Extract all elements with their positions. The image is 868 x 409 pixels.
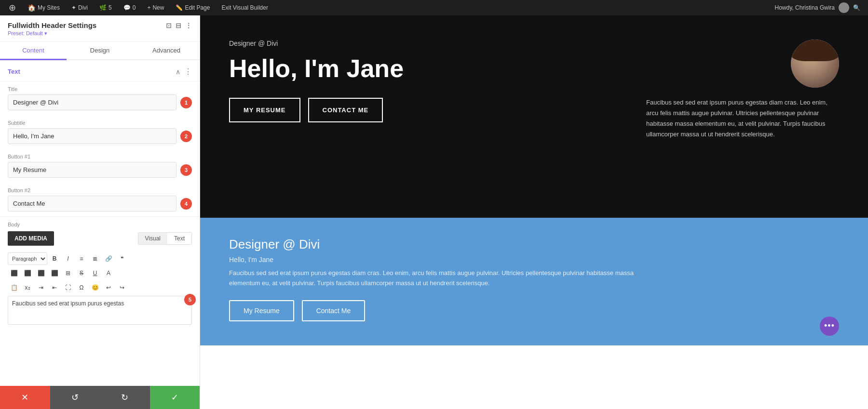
undo-icon: ↺: [71, 392, 79, 403]
body-badge: 5: [184, 294, 196, 305]
editor-tab-text[interactable]: Text: [167, 233, 191, 244]
subscript-button[interactable]: x₂: [21, 281, 34, 294]
paragraph-select[interactable]: Paragraph: [8, 252, 47, 265]
collapse-icon[interactable]: ∧: [176, 68, 180, 76]
body-section: Body ADD MEDIA Visual Text Paragraph B I…: [0, 216, 200, 330]
minimize-icon[interactable]: ⊡: [166, 22, 172, 29]
comments-icon-count: 0: [133, 4, 136, 11]
admin-bar-left: ⊕ 🏠 My Sites ✦ Divi 🌿 5 💬 0 + New ✏️ Edi…: [4, 0, 775, 15]
hero-title: Hello, I'm Jane: [229, 55, 617, 82]
blue-section: Designer @ Divi Hello, I'm Jane Faucibus…: [200, 218, 868, 345]
hero-resume-button[interactable]: MY RESUME: [229, 98, 300, 122]
tab-advanced[interactable]: Advanced: [133, 42, 200, 60]
panel-title: Fullwidth Header Settings ⊡ ⊟ ⋮: [8, 21, 192, 29]
strikethrough-button[interactable]: S: [75, 267, 88, 279]
underline-button[interactable]: U: [89, 267, 101, 279]
button2-input[interactable]: [8, 196, 176, 211]
button2-badge: 4: [180, 198, 192, 210]
save-icon: ✓: [171, 392, 178, 403]
exit-builder-label: Exit Visual Builder: [221, 4, 268, 11]
blue-subtitle: Hello, I'm Jane: [229, 256, 839, 264]
body-toolbar-top: ADD MEDIA Visual Text: [8, 231, 192, 250]
howdy-label: Howdy, Christina Gwira: [775, 4, 835, 11]
button1-field-label: Button #1: [8, 154, 192, 159]
align-center-button[interactable]: ⬛: [21, 267, 34, 279]
comments-count: 5: [108, 4, 112, 11]
editor-body-text: Faucibus sed sed erat ipsum purus egesta…: [12, 300, 124, 307]
undo-button[interactable]: ↺: [50, 386, 100, 409]
redo-button[interactable]: ↻: [100, 386, 150, 409]
align-left-button[interactable]: ⬛: [8, 267, 20, 279]
save-button[interactable]: ✓: [150, 386, 200, 409]
button1-input[interactable]: [8, 162, 176, 178]
new-button[interactable]: + New: [142, 0, 169, 15]
special-chars-button[interactable]: Ω: [75, 281, 88, 294]
redo-editor-button[interactable]: ↪: [116, 281, 128, 294]
panel-header: Fullwidth Header Settings ⊡ ⊟ ⋮ Preset: …: [0, 15, 200, 42]
split-icon[interactable]: ⊟: [176, 22, 181, 29]
editor-tabs: Visual Text: [138, 232, 192, 245]
align-justify-button[interactable]: ⬛: [48, 267, 61, 279]
emoji-button[interactable]: 😊: [89, 281, 101, 294]
panel-title-icons: ⊡ ⊟ ⋮: [166, 22, 192, 29]
italic-button[interactable]: I: [62, 252, 74, 265]
editor-toolbar-row2: ⬛ ⬛ ⬛ ⬛ ⊞ S U A: [8, 267, 192, 279]
indent-button[interactable]: ⇥: [35, 281, 47, 294]
comments-bubble[interactable]: 💬 0: [119, 0, 141, 15]
subtitle-input[interactable]: [8, 128, 176, 144]
blue-contact-button[interactable]: Contact Me: [302, 300, 366, 321]
title-input[interactable]: [8, 94, 176, 110]
tab-content[interactable]: Content: [0, 42, 67, 60]
editor-toolbar-row3: 📋 x₂ ⇥ ⇤ ⛶ Ω 😊 ↩ ↪: [8, 281, 192, 294]
undo-editor-button[interactable]: ↩: [102, 281, 115, 294]
link-button[interactable]: 🔗: [102, 252, 115, 265]
color-button[interactable]: A: [102, 267, 115, 279]
main-layout: Fullwidth Header Settings ⊡ ⊟ ⋮ Preset: …: [0, 15, 868, 409]
outdent-button[interactable]: ⇤: [48, 281, 61, 294]
hero-contact-button[interactable]: CONTACT ME: [308, 98, 383, 122]
wordpress-icon[interactable]: ⊕: [4, 0, 21, 15]
section-options-icon[interactable]: ⋮: [184, 67, 192, 76]
tab-design[interactable]: Design: [67, 42, 133, 60]
panel-body: Text ∧ ⋮ Title 1 Subtitle: [0, 60, 200, 386]
button1-field-group: Button #1 3: [0, 149, 200, 183]
search-icon[interactable]: 🔍: [853, 4, 860, 11]
more-icon[interactable]: ⋮: [185, 22, 192, 29]
comments-menu[interactable]: 🌿 5: [95, 0, 117, 15]
body-label: Body: [8, 222, 192, 227]
align-right-button[interactable]: ⬛: [35, 267, 47, 279]
hero-buttons: MY RESUME CONTACT ME: [229, 98, 617, 122]
hero-body-text: Faucibus sed sed erat ipsum purus egesta…: [646, 97, 839, 140]
button2-field-row: 4: [8, 196, 192, 211]
fullscreen-button[interactable]: ⛶: [62, 281, 74, 294]
home-icon: 🏠: [27, 4, 36, 12]
paste-button[interactable]: 📋: [8, 281, 20, 294]
add-media-button[interactable]: ADD MEDIA: [8, 231, 54, 246]
panel-tabs: Content Design Advanced: [0, 42, 200, 60]
blue-body: Faucibus sed sed erat ipsum purus egesta…: [229, 268, 644, 289]
panel-preset[interactable]: Preset: Default ▾: [8, 30, 192, 37]
section-controls: ∧ ⋮: [176, 67, 192, 76]
text-section-title: Text: [8, 68, 20, 75]
edit-page-button[interactable]: ✏️ Edit Page: [171, 0, 215, 15]
admin-bar: ⊕ 🏠 My Sites ✦ Divi 🌿 5 💬 0 + New ✏️ Edi…: [0, 0, 868, 15]
floating-dots-button[interactable]: •••: [820, 317, 839, 336]
my-sites-menu[interactable]: 🏠 My Sites: [23, 0, 65, 15]
blockquote-button[interactable]: ❝: [116, 252, 128, 265]
subtitle-field-label: Subtitle: [8, 120, 192, 126]
cancel-button[interactable]: ✕: [0, 386, 50, 409]
hero-left: Designer @ Divi Hello, I'm Jane MY RESUM…: [229, 40, 637, 122]
unordered-list-button[interactable]: ≡: [75, 252, 88, 265]
user-avatar: [839, 2, 849, 13]
bubble-icon: 💬: [123, 4, 131, 11]
editor-tab-visual[interactable]: Visual: [138, 233, 167, 244]
exit-visual-builder-button[interactable]: Exit Visual Builder: [217, 0, 273, 15]
divi-menu[interactable]: ✦ Divi: [67, 0, 93, 15]
plus-icon: +: [147, 4, 150, 11]
bold-button[interactable]: B: [48, 252, 61, 265]
blue-resume-button[interactable]: My Resume: [229, 300, 294, 321]
ordered-list-button[interactable]: ≣: [89, 252, 101, 265]
table-button[interactable]: ⊞: [62, 267, 74, 279]
divi-icon: ✦: [71, 4, 76, 11]
editor-content[interactable]: Faucibus sed sed erat ipsum purus egesta…: [8, 296, 192, 325]
